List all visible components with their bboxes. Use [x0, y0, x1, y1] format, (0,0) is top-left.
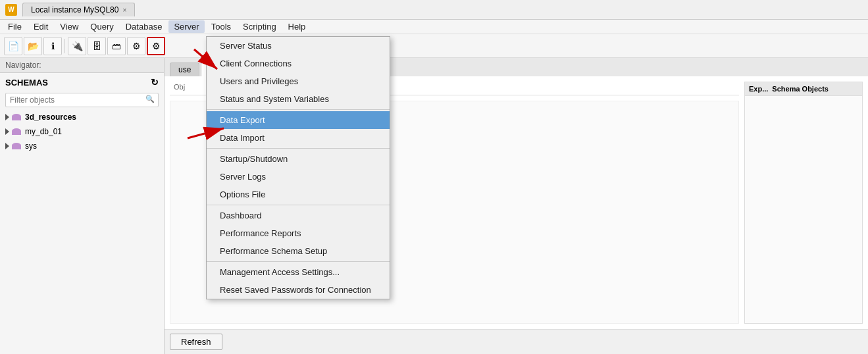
menu-mgmt-access[interactable]: Management Access Settings...: [207, 263, 390, 281]
toolbar-schema[interactable]: 🗄: [88, 37, 106, 55]
menu-reset-passwords[interactable]: Reset Saved Passwords for Connection: [207, 281, 390, 299]
db-icon-mydb: [12, 128, 21, 135]
refresh-button[interactable]: Refresh: [170, 334, 222, 350]
schema-obj-col1: Exp...: [749, 85, 768, 93]
search-icon: 🔍: [145, 95, 155, 103]
expand-icon-mydb: [5, 128, 9, 135]
toolbar-open[interactable]: 📂: [24, 37, 42, 55]
server-dropdown-menu: Server Status Client Connections Users a…: [206, 36, 390, 299]
tab-use[interactable]: use: [170, 63, 199, 76]
menu-tools[interactable]: Tools: [206, 20, 236, 33]
schema-name-sys: sys: [25, 141, 37, 151]
menu-query[interactable]: Query: [85, 20, 118, 33]
separator-2: [207, 148, 390, 149]
menu-dashboard[interactable]: Dashboard: [207, 207, 390, 224]
menu-database[interactable]: Database: [120, 20, 168, 33]
menu-perf-reports[interactable]: Performance Reports: [207, 224, 390, 242]
refresh-schemas-icon[interactable]: ↻: [151, 77, 159, 88]
schema-list: 3d_resources my_db_01 sys: [0, 110, 164, 354]
menu-data-import[interactable]: Data Import: [207, 129, 390, 147]
schema-objects-panel: Exp... Schema Objects: [744, 82, 863, 324]
schema-obj-header: Exp... Schema Objects: [745, 82, 862, 96]
menu-bar: File Edit View Query Database Server Too…: [0, 20, 868, 34]
bottom-bar: Refresh: [165, 329, 868, 354]
separator-3: [207, 205, 390, 205]
menu-server-status[interactable]: Server Status: [207, 37, 390, 55]
schema-item-3d[interactable]: 3d_resources: [0, 110, 164, 124]
toolbar: 📄 📂 ℹ 🔌 🗄 🗃 ⚙ ⚙: [0, 34, 868, 58]
menu-client-connections[interactable]: Client Connections: [207, 55, 390, 72]
app-icon: W: [5, 4, 17, 16]
sidebar-header: Navigator:: [0, 58, 164, 73]
instance-tab[interactable]: Local instance MySQL80 ×: [22, 3, 135, 16]
menu-file[interactable]: File: [3, 20, 27, 33]
menu-options-file[interactable]: Options File: [207, 186, 390, 203]
schemas-section: SCHEMAS ↻: [0, 73, 164, 90]
filter-box: 🔍: [5, 93, 159, 107]
menu-perf-schema[interactable]: Performance Schema Setup: [207, 242, 390, 260]
schemas-title: SCHEMAS: [5, 78, 48, 88]
menu-scripting[interactable]: Scripting: [238, 20, 282, 33]
instance-tab-label: Local instance MySQL80: [31, 5, 118, 14]
db-icon-sys: [12, 143, 21, 149]
main-layout: Navigator: SCHEMAS ↻ 🔍 3d_resources my_d…: [0, 58, 868, 354]
filter-input[interactable]: [5, 93, 159, 107]
menu-edit[interactable]: Edit: [28, 20, 53, 33]
schema-item-mydb[interactable]: my_db_01: [0, 124, 164, 139]
menu-users-privileges[interactable]: Users and Privileges: [207, 72, 390, 90]
menu-status-vars[interactable]: Status and System Variables: [207, 90, 390, 108]
instance-tab-close[interactable]: ×: [122, 7, 126, 14]
separator-1: [207, 109, 390, 110]
menu-help[interactable]: Help: [283, 20, 311, 33]
toolbar-table[interactable]: 🗃: [107, 37, 126, 55]
separator-4: [207, 261, 390, 262]
toolbar-settings2[interactable]: ⚙: [147, 37, 165, 55]
schema-obj-col2: Schema Objects: [772, 85, 829, 93]
menu-server-logs[interactable]: Server Logs: [207, 168, 390, 186]
toolbar-new-query[interactable]: 📄: [4, 37, 22, 55]
toolbar-connect[interactable]: 🔌: [68, 37, 86, 55]
schema-name-mydb: my_db_01: [25, 127, 62, 136]
schema-item-sys[interactable]: sys: [0, 139, 164, 153]
toolbar-info[interactable]: ℹ: [43, 37, 62, 55]
expand-icon-3d: [5, 114, 9, 120]
expand-icon-sys: [5, 143, 9, 149]
menu-data-export[interactable]: Data Export: [207, 111, 390, 129]
sidebar: Navigator: SCHEMAS ↻ 🔍 3d_resources my_d…: [0, 58, 165, 354]
menu-server[interactable]: Server: [168, 20, 204, 33]
schema-obj-body: [745, 96, 862, 175]
menu-view[interactable]: View: [55, 20, 84, 33]
toolbar-settings1[interactable]: ⚙: [127, 37, 145, 55]
tab-use-label: use: [178, 65, 191, 74]
schema-name-3d: 3d_resources: [25, 113, 76, 122]
toolbar-sep1: [64, 39, 65, 53]
title-bar: W Local instance MySQL80 ×: [0, 0, 868, 20]
db-icon-3d: [12, 114, 21, 120]
menu-startup-shutdown[interactable]: Startup/Shutdown: [207, 150, 390, 168]
